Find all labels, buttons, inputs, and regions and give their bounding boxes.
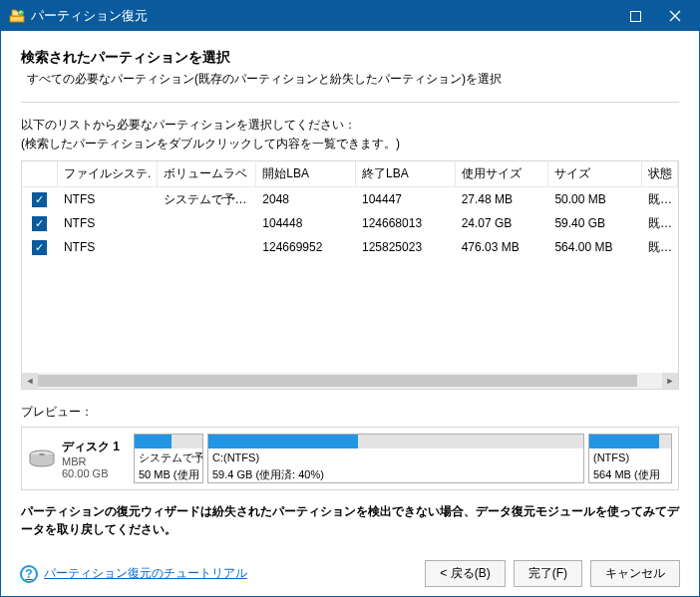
- cell-used-size: 476.03 MB: [456, 240, 549, 254]
- cell-filesystem: NTFS: [58, 240, 158, 254]
- col-volume-label[interactable]: ボリュームラベ: [158, 161, 257, 186]
- col-end-lba[interactable]: 終了LBA: [356, 161, 456, 186]
- disk-icon: [28, 448, 56, 468]
- scroll-left-icon[interactable]: ◄: [22, 373, 38, 389]
- partition-block[interactable]: システムで予約50 MB (使用: [134, 434, 203, 483]
- cell-start-lba: 2048: [256, 192, 356, 206]
- scroll-thumb[interactable]: [38, 375, 637, 387]
- page-heading: 検索されたパーティションを選択: [21, 49, 679, 67]
- partition-usage-bar: [135, 435, 202, 448]
- col-start-lba[interactable]: 開始LBA: [256, 161, 356, 186]
- titlebar: パーティション復元: [1, 1, 699, 31]
- cell-end-lba: 125825023: [356, 240, 456, 254]
- partition-name: (NTFS): [589, 448, 671, 465]
- svg-rect-2: [630, 11, 640, 21]
- cell-used-size: 24.07 GB: [456, 216, 549, 230]
- partition-usage-bar: [589, 435, 671, 448]
- maximize-button[interactable]: [615, 2, 655, 30]
- partition-detail: 50 MB (使用: [135, 465, 202, 482]
- page-subheading: すべての必要なパーティション(既存のパーティションと紛失したパーティション)を選…: [27, 71, 679, 88]
- check-icon: ✓: [32, 216, 47, 231]
- app-icon: [9, 8, 25, 24]
- scroll-right-icon[interactable]: ►: [662, 373, 678, 389]
- horizontal-scrollbar[interactable]: ◄ ►: [22, 373, 678, 389]
- disk-name: ディスク 1: [62, 439, 120, 455]
- table-body: ✓NTFSシステムで予約...204810444727.48 MB50.00 M…: [22, 187, 678, 259]
- col-used-size[interactable]: 使用サイズ: [456, 161, 549, 186]
- cell-volume-label: システムで予約...: [158, 191, 257, 208]
- help-icon: ?: [20, 565, 38, 583]
- partition-usage-bar: [208, 435, 583, 448]
- row-checkbox[interactable]: ✓: [22, 216, 58, 231]
- maximize-icon: [630, 11, 641, 22]
- cell-end-lba: 124668013: [356, 216, 456, 230]
- cell-filesystem: NTFS: [58, 192, 158, 206]
- svg-rect-0: [10, 16, 24, 22]
- preview-label: プレビュー：: [21, 404, 679, 421]
- partition-name: システムで予約: [135, 448, 202, 465]
- partition-bars: システムで予約50 MB (使用C:(NTFS)59.4 GB (使用済: 40…: [134, 434, 672, 483]
- cell-status: 既存: [642, 215, 678, 232]
- cell-size: 564.00 MB: [548, 240, 642, 254]
- partition-detail: 564 MB (使用: [589, 465, 671, 482]
- finish-button[interactable]: 完了(F): [514, 560, 582, 587]
- cell-start-lba: 104448: [256, 216, 356, 230]
- close-icon: [669, 10, 681, 22]
- col-status[interactable]: 状態: [642, 161, 678, 186]
- instruction-line1: 以下のリストから必要なパーティションを選択してください：: [21, 117, 679, 134]
- cell-used-size: 27.48 MB: [456, 192, 549, 206]
- instruction-line2: (検索したパーティションをダブルクリックして内容を一覧できます。): [21, 136, 679, 152]
- table-row[interactable]: ✓NTFS124669952125825023476.03 MB564.00 M…: [22, 235, 678, 259]
- col-filesystem[interactable]: ファイルシステ.: [58, 161, 158, 186]
- table-header: ファイルシステ. ボリュームラベ 開始LBA 終了LBA 使用サイズ サイズ 状…: [22, 161, 678, 187]
- preview-panel: ディスク 1 MBR 60.00 GB システムで予約50 MB (使用C:(N…: [21, 427, 679, 490]
- partition-table: ファイルシステ. ボリュームラベ 開始LBA 終了LBA 使用サイズ サイズ 状…: [21, 160, 679, 390]
- table-row[interactable]: ✓NTFSシステムで予約...204810444727.48 MB50.00 M…: [22, 187, 678, 211]
- partition-name: C:(NTFS): [208, 448, 583, 465]
- cell-size: 59.40 GB: [548, 216, 642, 230]
- partition-block[interactable]: C:(NTFS)59.4 GB (使用済: 40%): [207, 434, 584, 483]
- col-checkbox[interactable]: [22, 161, 58, 186]
- table-row[interactable]: ✓NTFS10444812466801324.07 GB59.40 GB既存: [22, 211, 678, 235]
- check-icon: ✓: [32, 192, 47, 207]
- disk-info: ディスク 1 MBR 60.00 GB: [28, 434, 130, 483]
- scroll-track[interactable]: [38, 373, 662, 389]
- row-checkbox[interactable]: ✓: [22, 240, 58, 255]
- content-area: 検索されたパーティションを選択 すべての必要なパーティション(既存のパーティショ…: [1, 31, 699, 548]
- window-title: パーティション復元: [31, 7, 615, 25]
- partition-block[interactable]: (NTFS)564 MB (使用: [588, 434, 672, 483]
- help-link[interactable]: ? パーティション復元のチュートリアル: [20, 565, 417, 583]
- cell-status: 既存: [642, 191, 678, 208]
- cell-filesystem: NTFS: [58, 216, 158, 230]
- svg-point-4: [39, 453, 45, 455]
- note-text: パーティションの復元ウィザードは紛失されたパーティションを検出できない場合、デー…: [21, 502, 679, 538]
- disk-type: MBR: [62, 455, 120, 467]
- cell-start-lba: 124669952: [256, 240, 356, 254]
- col-size[interactable]: サイズ: [548, 161, 642, 186]
- cancel-button[interactable]: キャンセル: [590, 560, 680, 587]
- cell-status: 既存: [642, 239, 678, 256]
- partition-detail: 59.4 GB (使用済: 40%): [208, 465, 583, 482]
- back-button[interactable]: < 戻る(B): [425, 560, 505, 587]
- check-icon: ✓: [32, 240, 47, 255]
- cell-size: 50.00 MB: [548, 192, 642, 206]
- cell-end-lba: 104447: [356, 192, 456, 206]
- row-checkbox[interactable]: ✓: [22, 192, 58, 207]
- footer: ? パーティション復元のチュートリアル < 戻る(B) 完了(F) キャンセル: [20, 560, 680, 587]
- disk-size: 60.00 GB: [62, 467, 120, 479]
- divider: [21, 102, 679, 103]
- help-link-text: パーティション復元のチュートリアル: [44, 565, 247, 582]
- close-button[interactable]: [655, 2, 695, 30]
